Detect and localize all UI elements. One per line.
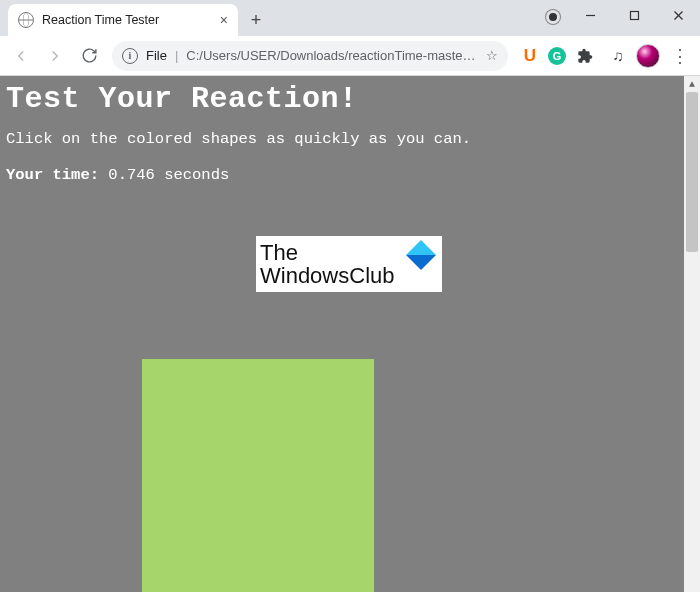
reload-button[interactable] (74, 41, 104, 71)
close-tab-button[interactable]: × (220, 12, 228, 28)
media-control-icon[interactable]: ♫ (604, 42, 632, 70)
globe-icon (18, 12, 34, 28)
timer-label: Your time: (6, 166, 99, 184)
instructions-text: Click on the colored shapes as quickly a… (6, 130, 694, 148)
extensions-puzzle-icon[interactable] (570, 41, 600, 71)
scroll-thumb[interactable] (686, 92, 698, 252)
badge-line1: The (260, 240, 298, 265)
url-separator: | (175, 48, 178, 63)
scroll-up-arrow-icon[interactable]: ▲ (684, 76, 700, 92)
address-bar[interactable]: i File | C:/Users/USER/Downloads/reactio… (112, 41, 508, 71)
reaction-shape[interactable] (142, 359, 374, 592)
vertical-scrollbar[interactable]: ▲ (684, 76, 700, 592)
page-title: Test Your Reaction! (6, 82, 694, 116)
browser-window: Reaction Time Tester × + i (0, 0, 700, 592)
new-tab-button[interactable]: + (242, 6, 270, 34)
timer-value: 0.746 seconds (108, 166, 229, 184)
browser-menu-button[interactable]: ⋮ (664, 41, 694, 71)
badge-line2: WindowsClub (260, 263, 395, 288)
titlebar: Reaction Time Tester × + (0, 0, 700, 36)
timer-readout: Your time: 0.746 seconds (6, 166, 694, 184)
extension-grammarly-icon[interactable]: G (548, 47, 566, 65)
maximize-button[interactable] (612, 0, 656, 30)
profile-avatar[interactable] (636, 44, 660, 68)
page-content: Test Your Reaction! Click on the colored… (0, 76, 700, 188)
site-info-icon[interactable]: i (122, 48, 138, 64)
badge-text: The WindowsClub (260, 241, 395, 287)
minimize-button[interactable] (568, 0, 612, 30)
browser-tab-active[interactable]: Reaction Time Tester × (8, 4, 238, 36)
badge-logo-icon (406, 240, 436, 270)
url-path: C:/Users/USER/Downloads/reactionTime-mas… (186, 48, 478, 63)
forward-button[interactable] (40, 41, 70, 71)
url-scheme-label: File (146, 48, 167, 63)
thewindowsclub-badge: The WindowsClub (256, 236, 442, 292)
svg-rect-1 (630, 11, 638, 19)
bookmark-star-icon[interactable]: ☆ (486, 48, 498, 63)
toolbar: i File | C:/Users/USER/Downloads/reactio… (0, 36, 700, 76)
back-button[interactable] (6, 41, 36, 71)
window-controls (568, 0, 700, 30)
tab-title: Reaction Time Tester (42, 13, 159, 27)
close-window-button[interactable] (656, 0, 700, 30)
extension-u-icon[interactable]: U (516, 42, 544, 70)
account-indicator-icon[interactable] (546, 10, 560, 24)
page-viewport: Test Your Reaction! Click on the colored… (0, 76, 700, 592)
